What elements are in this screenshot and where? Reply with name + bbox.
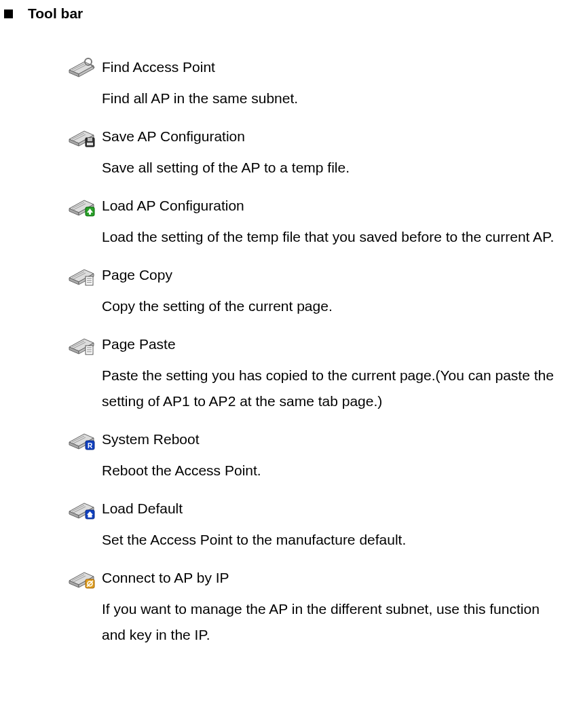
save-ap-config-icon: [68, 126, 95, 147]
section-heading-row: Tool bar: [0, 0, 562, 22]
toolbar-item-description: If you want to manage the AP in the diff…: [68, 596, 555, 648]
find-access-point-icon: [68, 56, 95, 78]
load-ap-config-icon: [68, 195, 95, 217]
toolbar-item-title: Load AP Configuration: [102, 193, 244, 219]
toolbar-item-title-row: Find Access Point: [68, 54, 555, 80]
toolbar-item: Load AP ConfigurationLoad the setting of…: [68, 193, 555, 250]
toolbar-item-title: Load Default: [102, 496, 183, 522]
toolbar-item: Find Access PointFind all AP in the same…: [68, 54, 555, 111]
toolbar-item-description: Set the Access Point to the manufacture …: [68, 527, 555, 553]
page-copy-icon: [68, 264, 95, 286]
toolbar-item: Page CopyCopy the setting of the current…: [68, 262, 555, 319]
toolbar-item: Page PastePaste the setting you has copi…: [68, 331, 555, 414]
toolbar-item: Connect to AP by IPIf you want to manage…: [68, 565, 555, 648]
toolbar-item-description: Copy the setting of the current page.: [68, 293, 555, 319]
toolbar-item-title-row: Connect to AP by IP: [68, 565, 555, 591]
toolbar-item-description: Load the setting of the temp file that y…: [68, 224, 555, 250]
toolbar-item: Save AP ConfigurationSave all setting of…: [68, 124, 555, 181]
toolbar-item-title-row: Load AP Configuration: [68, 193, 555, 219]
toolbar-item-description: Find all AP in the same subnet.: [68, 86, 555, 111]
svg-rect-14: [87, 143, 93, 145]
toolbar-item-title-row: R System Reboot: [68, 426, 555, 452]
toolbar-item-title: Page Paste: [102, 331, 176, 357]
toolbar-item-description: Reboot the Access Point.: [68, 458, 555, 484]
toolbar-item-title-row: Page Paste: [68, 331, 555, 357]
toolbar-item: Load DefaultSet the Access Point to the …: [68, 496, 555, 553]
system-reboot-icon: R: [68, 429, 95, 450]
toolbar-items-list: Find Access PointFind all AP in the same…: [0, 54, 562, 648]
toolbar-item-title: Find Access Point: [102, 54, 215, 80]
toolbar-item-description: Paste the setting you has copied to the …: [68, 363, 555, 414]
toolbar-item-title: Connect to AP by IP: [102, 565, 229, 591]
connect-ap-ip-icon: [68, 567, 95, 589]
toolbar-item-title: Page Copy: [102, 262, 172, 288]
toolbar-item-title: System Reboot: [102, 426, 200, 452]
page-paste-icon: [68, 333, 95, 355]
toolbar-item: R System RebootReboot the Access Point.: [68, 426, 555, 484]
svg-text:R: R: [88, 442, 93, 450]
section-heading: Tool bar: [28, 5, 83, 22]
square-bullet-icon: [4, 10, 13, 18]
toolbar-item-title-row: Save AP Configuration: [68, 124, 555, 149]
svg-rect-13: [88, 138, 92, 141]
load-default-icon: [68, 498, 95, 520]
toolbar-item-description: Save all setting of the AP to a temp fil…: [68, 155, 555, 181]
toolbar-item-title: Save AP Configuration: [102, 124, 245, 149]
toolbar-item-title-row: Page Copy: [68, 262, 555, 288]
toolbar-item-title-row: Load Default: [68, 496, 555, 522]
